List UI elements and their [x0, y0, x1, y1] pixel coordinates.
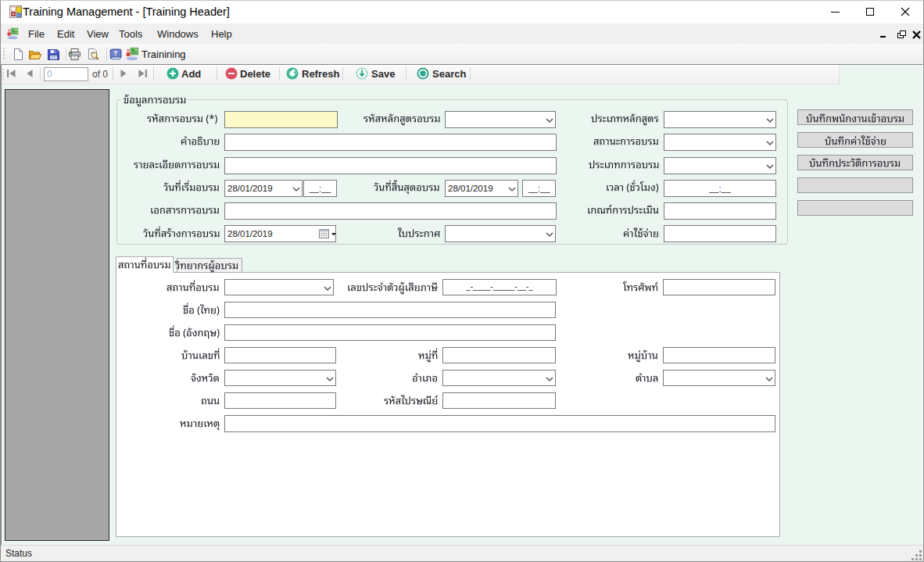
svg-text:?: ?	[113, 49, 117, 57]
